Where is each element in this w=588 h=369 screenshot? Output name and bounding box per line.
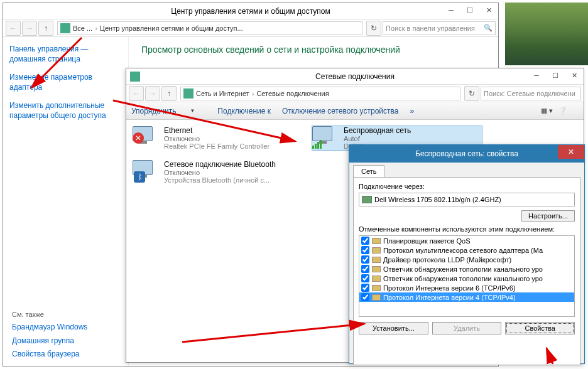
remove-button[interactable]: Удалить [432,322,502,334]
adapter-icon [362,196,372,203]
sidebar-advanced-sharing[interactable]: Изменить дополнительные параметры общего… [9,101,122,120]
connection-bluetooth[interactable]: ᛒ Сетевое подключение Bluetooth Отключен… [133,160,302,184]
protocol-icon [372,294,381,301]
refresh-button[interactable]: ↻ [366,21,381,36]
control-panel-icon [60,23,70,33]
network-folder-icon [183,88,193,99]
sidebar-adapter-settings[interactable]: Изменение параметров адаптера [9,73,122,92]
component-qos[interactable]: Планировщик пакетов QoS [359,236,574,245]
more-menu[interactable]: » [410,107,414,115]
adapter-field: Dell Wireless 1705 802.11b/g/n (2.4GHZ) [359,193,575,206]
disconnect-menu[interactable]: Отключение сетевого устройства [282,107,398,115]
close-button[interactable]: ✕ [558,145,584,159]
disconnected-icon: ✕ [133,132,144,144]
maximize-button[interactable]: ☐ [546,68,565,82]
close-button[interactable]: ✕ [565,68,584,82]
search-icon: 🔍 [484,24,493,32]
search-input[interactable]: Поиск: Сетевые подключени [481,87,581,100]
connection-ethernet[interactable]: ✕ Ethernet Отключено Realtek PCIe FE Fam… [133,126,302,150]
components-list[interactable]: Планировщик пакетов QoS Протокол мультип… [359,235,575,317]
components-label: Отмеченные компоненты используются этим … [359,225,575,233]
forward-button[interactable]: → [145,86,160,101]
component-ipv4[interactable]: Протокол Интернета версии 4 (TCP/IPv4) [359,292,574,302]
network-icon [130,72,140,82]
up-button[interactable]: ↑ [38,21,53,36]
sidebar: Панель управления — домашняя страница Из… [3,37,129,366]
component-ipv6[interactable]: Протокол Интернета версии 6 (TCP/IPv6) [359,283,574,292]
connect-to-menu[interactable]: Подключение к [217,107,271,115]
breadcrumb2[interactable]: Сеть и Интернет › Сетевые подключения [180,87,460,100]
refresh-button[interactable]: ↻ [464,86,479,101]
protocol-icon [372,238,381,244]
page-heading: Просмотр основных сведений о сети и наст… [129,37,413,62]
component-lldp[interactable]: Драйвер протокола LLDP (Майкрософт) [359,255,574,264]
see-also-title: См. также [12,311,44,318]
maximize-button[interactable]: ☐ [460,3,479,17]
win1-title-text: Центр управления сетями и общим доступом [171,7,330,16]
sidebar-home[interactable]: Панель управления — домашняя страница [9,45,122,64]
organize-menu[interactable]: Упорядочить▼ [131,107,206,115]
view-options[interactable]: ▦ ▾ ❔ [541,107,567,115]
back-button[interactable]: ← [6,21,21,36]
sidebar-browser[interactable]: Свойства браузера [12,350,87,360]
up-button[interactable]: ↑ [161,86,177,101]
tab-network[interactable]: Сеть [353,165,384,177]
install-button[interactable]: Установить... [359,322,428,334]
protocol-icon [372,247,381,254]
wifi-signal-icon [312,140,322,149]
minimize-button[interactable]: ─ [527,68,546,82]
protocol-icon [372,275,381,282]
protocol-icon [372,285,381,291]
desktop-wallpaper [505,3,588,65]
configure-button[interactable]: Настроить... [521,210,575,222]
bluetooth-icon: ᛒ [134,171,145,183]
win1-titlebar[interactable]: Центр управления сетями и общим доступом… [3,3,498,19]
breadcrumb[interactable]: Все ... › Центр управления сетями и общи… [57,21,362,35]
sidebar-firewall[interactable]: Брандмауэр Windows [12,323,87,333]
command-bar: Упорядочить▼ Подключение к Отключение се… [126,102,584,120]
sidebar-homegroup[interactable]: Домашняя группа [12,336,87,346]
forward-button[interactable]: → [22,21,37,36]
win1-toolbar: ← → ↑ Все ... › Центр управления сетями … [3,19,498,37]
component-topo1[interactable]: Ответчик обнаружения топологии канальног… [359,264,574,274]
back-button[interactable]: ← [129,86,144,101]
protocol-icon [372,266,381,272]
search-input[interactable]: Поиск в панели управления 🔍 [383,21,496,35]
component-topo2[interactable]: Ответчик обнаружения топологии канальног… [359,274,574,283]
properties-button[interactable]: Свойства [505,322,575,334]
component-mux[interactable]: Протокол мультиплексора сетевого адаптер… [359,245,574,255]
minimize-button[interactable]: ─ [442,3,460,17]
connect-via-label: Подключение через: [359,183,575,190]
win2-titlebar[interactable]: Сетевые подключения ─ ☐ ✕ [126,68,584,85]
close-button[interactable]: ✕ [479,3,498,17]
protocol-icon [372,257,381,263]
properties-dialog: Беспроводная сеть: свойства ✕ Сеть Подкл… [349,144,585,364]
win3-titlebar[interactable]: Беспроводная сеть: свойства ✕ [349,145,584,163]
